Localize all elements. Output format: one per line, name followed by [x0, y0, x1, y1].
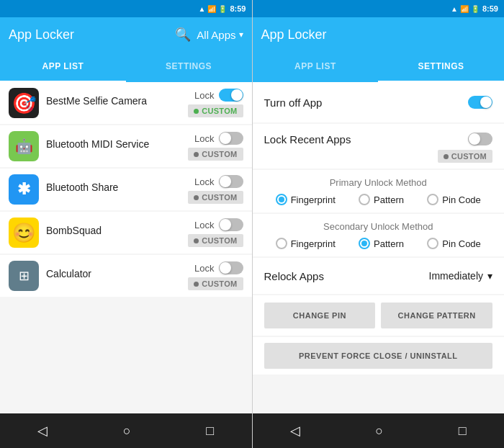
lock-toggle-bombsquad[interactable] — [219, 218, 243, 231]
tab-settings-left[interactable]: SETTINGS — [126, 52, 252, 82]
lock-row-btshare: Lock — [194, 175, 243, 188]
tab-app-list-left[interactable]: APP LIST — [0, 52, 126, 82]
relock-value: Immediately — [429, 270, 483, 282]
custom-button-midi[interactable]: CUSTOM — [188, 148, 243, 161]
change-pin-button[interactable]: CHANGE PIN — [264, 303, 376, 328]
tab-app-list-right[interactable]: APP LIST — [253, 52, 379, 82]
secondary-pattern-option[interactable]: Pattern — [359, 238, 404, 249]
settings-content: Turn off App Lock Recent Apps CUSTOM — [253, 82, 505, 413]
left-app-bar: App Locker 🔍 All Apps ▾ — [0, 17, 252, 52]
radio-circle-primary-pincode — [427, 194, 438, 205]
list-item: 🎯 BestMe Selfie Camera Lock CUSTOM — [0, 82, 252, 124]
turn-off-app-toggle[interactable] — [468, 96, 492, 109]
primary-pincode-option[interactable]: Pin Code — [427, 194, 480, 205]
home-icon-right[interactable]: ○ — [375, 424, 383, 439]
tab-settings-right[interactable]: SETTINGS — [378, 52, 504, 82]
custom-button-bestme[interactable]: CUSTOM — [188, 104, 243, 117]
custom-button-bombsquad[interactable]: CUSTOM — [188, 234, 243, 247]
recents-icon[interactable]: □ — [206, 424, 214, 439]
back-icon[interactable]: ◁ — [37, 423, 48, 439]
prevent-force-close-button[interactable]: PREVENT FORCE CLOSE / UNINSTALL — [264, 343, 493, 369]
right-status-bar: ▲ 📶 🔋 8:59 — [253, 0, 505, 17]
action-buttons-row: CHANGE PIN CHANGE PATTERN — [253, 295, 505, 336]
relock-row: Relock Apps Immediately ▾ — [253, 258, 505, 294]
lock-recent-apps-toggle[interactable] — [468, 133, 492, 145]
radio-dot — [279, 197, 284, 202]
primary-pincode-label: Pin Code — [442, 194, 480, 205]
secondary-pincode-label: Pin Code — [442, 238, 480, 249]
lock-toggle-bestme[interactable] — [219, 89, 243, 102]
secondary-fingerprint-option[interactable]: Fingerprint — [276, 238, 336, 249]
home-icon[interactable]: ○ — [123, 424, 131, 439]
lock-row-midi: Lock — [194, 132, 243, 145]
radio-dot — [361, 241, 367, 246]
toggle-knob — [220, 176, 231, 187]
back-icon-right[interactable]: ◁ — [290, 423, 300, 439]
secondary-pincode-option[interactable]: Pin Code — [427, 238, 480, 249]
left-tabs: APP LIST SETTINGS — [0, 52, 252, 82]
lock-row-calculator: Lock — [194, 261, 243, 274]
turn-off-app-label: Turn off App — [264, 97, 323, 109]
list-item: ⊞ Calculator Lock CUSTOM — [0, 255, 252, 297]
chevron-down-icon: ▾ — [239, 30, 243, 40]
lock-label-midi: Lock — [194, 133, 214, 144]
primary-unlock-section: Primary Unlock Method Fingerprint Patter… — [253, 170, 505, 212]
all-apps-dropdown[interactable]: All Apps ▾ — [197, 29, 243, 41]
turn-off-app-row: Turn off App — [253, 82, 505, 122]
toggle-knob — [220, 133, 231, 144]
right-tabs: APP LIST SETTINGS — [253, 52, 505, 82]
left-status-icons: ▲ 📶 🔋 — [199, 5, 228, 13]
app-name-bombsquad: BombSquad — [46, 225, 181, 236]
right-status-icons: ▲ 📶 🔋 — [451, 5, 480, 13]
custom-dot — [444, 154, 449, 159]
dropdown-label: All Apps — [197, 29, 235, 41]
lock-toggle-calculator[interactable] — [219, 261, 243, 274]
lock-label-btshare: Lock — [194, 176, 214, 187]
custom-dot — [194, 238, 199, 243]
app-icon-midi: 🤖 — [9, 131, 39, 161]
signal-icon: 📶 — [207, 5, 216, 13]
app-controls-midi: Lock CUSTOM — [188, 132, 243, 161]
search-icon[interactable]: 🔍 — [175, 27, 191, 42]
app-controls-bombsquad: Lock CUSTOM — [188, 218, 243, 247]
custom-button-lock-recent[interactable]: CUSTOM — [438, 150, 492, 163]
primary-pattern-option[interactable]: Pattern — [359, 194, 404, 205]
right-app-bar: App Locker — [253, 17, 505, 52]
app-info-btshare: Bluetooth Share — [46, 182, 181, 197]
wifi-icon: ▲ — [199, 5, 206, 13]
relock-arrow-icon: ▾ — [487, 270, 492, 282]
left-nav-bar: ◁ ○ □ — [0, 413, 252, 448]
secondary-unlock-section: Secondary Unlock Method Fingerprint Patt… — [253, 214, 505, 256]
app-info-midi: Bluetooth MIDI Service — [46, 138, 181, 154]
list-item: ✱ Bluetooth Share Lock CUSTOM — [0, 169, 252, 210]
battery-icon-right: 🔋 — [471, 5, 480, 13]
app-info-bombsquad: BombSquad — [46, 225, 181, 241]
custom-button-calculator[interactable]: CUSTOM — [188, 277, 243, 290]
app-info-calculator: Calculator — [46, 268, 181, 284]
recents-icon-right[interactable]: □ — [459, 424, 467, 439]
app-name-calculator: Calculator — [46, 268, 181, 279]
primary-fingerprint-label: Fingerprint — [291, 194, 336, 205]
toggle-knob — [220, 219, 231, 230]
app-controls-btshare: Lock CUSTOM — [188, 175, 243, 204]
app-icon-btshare: ✱ — [9, 174, 39, 205]
custom-button-btshare[interactable]: CUSTOM — [188, 191, 243, 204]
right-panel: ▲ 📶 🔋 8:59 App Locker APP LIST SETTINGS … — [253, 0, 505, 448]
left-time: 8:59 — [230, 4, 246, 13]
app-controls-bestme: Lock CUSTOM — [188, 89, 243, 117]
toggle-knob — [231, 89, 243, 101]
primary-unlock-title: Primary Unlock Method — [264, 177, 493, 188]
app-icon-calculator: ⊞ — [9, 261, 39, 291]
wifi-icon-right: ▲ — [451, 5, 458, 13]
lock-recent-apps-row: Lock Recent Apps CUSTOM — [253, 124, 505, 169]
relock-dropdown[interactable]: Immediately ▾ — [429, 270, 492, 282]
toggle-knob — [220, 262, 231, 274]
change-pattern-button[interactable]: CHANGE PATTERN — [381, 303, 492, 328]
list-item: 🤖 Bluetooth MIDI Service Lock CUSTOM — [0, 125, 252, 167]
battery-icon: 🔋 — [218, 5, 227, 13]
lock-toggle-btshare[interactable] — [219, 175, 243, 188]
app-icon-bestme: 🎯 — [9, 88, 39, 118]
lock-row-bestme: Lock — [194, 89, 243, 102]
lock-toggle-midi[interactable] — [219, 132, 243, 145]
primary-fingerprint-option[interactable]: Fingerprint — [276, 194, 336, 205]
